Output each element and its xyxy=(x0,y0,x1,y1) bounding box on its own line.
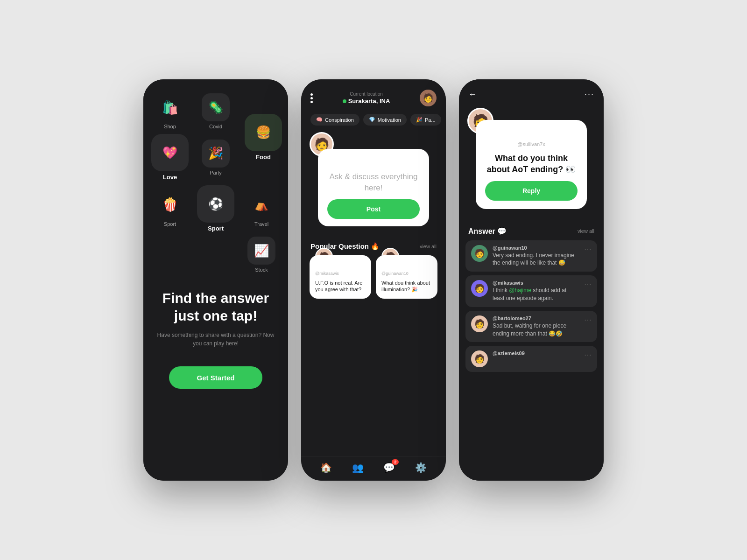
question-card: @sullivan7x What do you think about AoT … xyxy=(476,120,587,209)
phone-3: ← ··· 🧑 @sullivan7x What do you think ab… xyxy=(459,79,604,481)
food-label: Food xyxy=(256,154,271,161)
card1-question: U.F.O is not real. Are you agree with th… xyxy=(315,280,366,294)
diamond-icon: 💎 xyxy=(369,117,375,123)
category-party[interactable]: 🎉 Party xyxy=(193,140,238,175)
menu-icon[interactable] xyxy=(310,93,313,103)
popular-card-2-wrapper: 🧑 @guinawan10 What dou think about illum… xyxy=(376,255,437,452)
sport-label: Sport xyxy=(208,225,224,232)
nav-settings-icon[interactable]: ⚙️ xyxy=(415,462,427,473)
card1-username: @mikasawis xyxy=(315,271,366,276)
answer3-username: @bartolomeo27 xyxy=(493,315,579,321)
answer1-text: Very sad ending. I never imagine the end… xyxy=(493,252,579,267)
view-all-answers[interactable]: view all xyxy=(578,228,594,234)
answer2-username: @mikasawis xyxy=(493,280,579,286)
answer1-avatar: 🧑 xyxy=(471,245,488,262)
bottom-nav: 🏠 👥 💬 2 ⚙️ xyxy=(301,456,446,481)
shop-label: Shop xyxy=(164,124,176,129)
brain-icon: 🧠 xyxy=(316,117,323,123)
reply-button[interactable]: Reply xyxy=(485,181,578,201)
answer-header: Answer 💬 view all xyxy=(459,223,604,240)
popular-cards: 🧑 @mikasawis U.F.O is not real. Are you … xyxy=(301,255,446,452)
phone-1: 🛍️ Shop 🦠 Covid 🍔 Food 💖 Love 🎉 Party xyxy=(143,79,288,481)
nav-home-icon[interactable]: 🏠 xyxy=(320,462,332,473)
popular-card-1[interactable]: @mikasawis U.F.O is not real. Are you ag… xyxy=(310,255,371,299)
category-love[interactable]: 💖 Love xyxy=(153,134,187,181)
party-label: Party xyxy=(210,170,222,175)
party-icon: 🎉 xyxy=(416,117,423,123)
question-card-wrapper: 🧑 @sullivan7x What do you think about Ao… xyxy=(467,120,595,217)
answer4-avatar: 🧑 xyxy=(471,350,488,367)
user-avatar[interactable]: 🧑 xyxy=(420,90,437,106)
answer2-avatar: 🧑 xyxy=(471,280,488,297)
stock-label: Stock xyxy=(255,267,268,273)
popular-card-1-wrapper: 🧑 @mikasawis U.F.O is not real. Are you … xyxy=(310,255,371,452)
category-food[interactable]: 🍔 Food xyxy=(245,114,282,161)
back-arrow-icon[interactable]: ← xyxy=(468,90,477,99)
answer4-username: @aziemels09 xyxy=(493,350,579,356)
nav-people-icon[interactable]: 👥 xyxy=(352,462,364,473)
hero-title: Find the answer just one tap! xyxy=(155,289,276,324)
p2-header: Current location Surakarta, INA 🧑 xyxy=(301,79,446,111)
answer3-more-icon[interactable]: ⋯ xyxy=(584,315,592,324)
tag-motivation[interactable]: 💎 Motivation xyxy=(363,114,407,126)
mention-hajime[interactable]: @hajime xyxy=(509,287,531,294)
view-all-popular[interactable]: view all xyxy=(420,244,437,249)
location-label: Current location xyxy=(350,91,383,97)
question-text: What do you think about AoT ending? 👀 xyxy=(485,153,578,175)
answer2-content: @mikasawis I think @hajime should add at… xyxy=(493,280,579,302)
answer-item-4: 🧑 @aziemels09 ⋯ xyxy=(465,346,597,372)
get-started-button[interactable]: Get Started xyxy=(169,366,262,389)
answer2-more-icon[interactable]: ⋯ xyxy=(584,280,592,289)
card2-username: @guinawan10 xyxy=(381,271,432,276)
phone-2: Current location Surakarta, INA 🧑 🧠 Cons… xyxy=(301,79,446,481)
question-username: @sullivan7x xyxy=(517,141,545,147)
more-options-icon[interactable]: ··· xyxy=(585,90,594,99)
card2-question: What dou think about illumination? 🎉 xyxy=(381,280,432,294)
post-placeholder[interactable]: Ask & discuss everything here! xyxy=(327,171,420,194)
answer-list: 🧑 @guinawan10 Very sad ending. I never i… xyxy=(459,240,604,481)
answer1-username: @guinawan10 xyxy=(493,245,579,251)
location-name: Surakarta, INA xyxy=(343,98,390,105)
category-netflix[interactable]: 🍿 Sport xyxy=(153,191,187,227)
answer-item-3: 🧑 @bartolomeo27 Sad but, waiting for one… xyxy=(465,311,597,343)
category-shop[interactable]: 🛍️ Shop xyxy=(153,93,187,129)
answer-item-2: 🧑 @mikasawis I think @hajime should add … xyxy=(465,275,597,307)
post-button[interactable]: Post xyxy=(327,199,420,219)
tag-conspiration[interactable]: 🧠 Conspiration xyxy=(310,114,359,126)
nav-chat-icon[interactable]: 💬 2 xyxy=(383,462,395,473)
answer-item-1: 🧑 @guinawan10 Very sad ending. I never i… xyxy=(465,240,597,272)
answer3-avatar: 🧑 xyxy=(471,315,488,332)
hero-subtitle: Have something to share with a question?… xyxy=(155,331,276,348)
covid-label: Covid xyxy=(209,124,222,129)
chat-badge: 2 xyxy=(392,459,399,465)
travel-label: Travel xyxy=(254,221,268,227)
answer2-text: I think @hajime should add at least one … xyxy=(493,287,579,302)
category-grid: 🛍️ Shop 🦠 Covid 🍔 Food 💖 Love 🎉 Party xyxy=(153,93,278,273)
answer1-content: @guinawan10 Very sad ending. I never ima… xyxy=(493,245,579,267)
p3-header: ← ··· xyxy=(459,79,604,106)
popular-card-2[interactable]: @guinawan10 What dou think about illumin… xyxy=(376,255,437,299)
category-sport[interactable]: ⚽ Sport xyxy=(193,185,238,232)
netflix-label: Sport xyxy=(164,221,176,227)
location-dot-icon xyxy=(343,99,346,103)
tag-party[interactable]: 🎉 Pa... xyxy=(410,114,441,126)
answer3-content: @bartolomeo27 Sad but, waiting for one p… xyxy=(493,315,579,338)
category-covid[interactable]: 🦠 Covid xyxy=(193,93,238,129)
answer1-more-icon[interactable]: ⋯ xyxy=(584,245,592,254)
category-travel[interactable]: ⛺ Travel xyxy=(245,191,278,227)
answer4-more-icon[interactable]: ⋯ xyxy=(584,350,592,359)
tag-list: 🧠 Conspiration 💎 Motivation 🎉 Pa... xyxy=(301,111,446,128)
answer4-content: @aziemels09 xyxy=(493,350,579,356)
post-card-wrapper: 🧑 Ask & discuss everything here! Post xyxy=(310,142,437,233)
category-stock[interactable]: 📈 Stock xyxy=(245,237,278,273)
answer3-text: Sad but, waiting for one piece ending mo… xyxy=(493,322,579,338)
location-block: Current location Surakarta, INA xyxy=(343,91,390,105)
post-card[interactable]: Ask & discuss everything here! Post xyxy=(318,149,429,226)
answer-title: Answer 💬 xyxy=(468,227,507,236)
love-label: Love xyxy=(163,174,177,181)
hero-section: Find the answer just one tap! Have somet… xyxy=(151,289,281,348)
